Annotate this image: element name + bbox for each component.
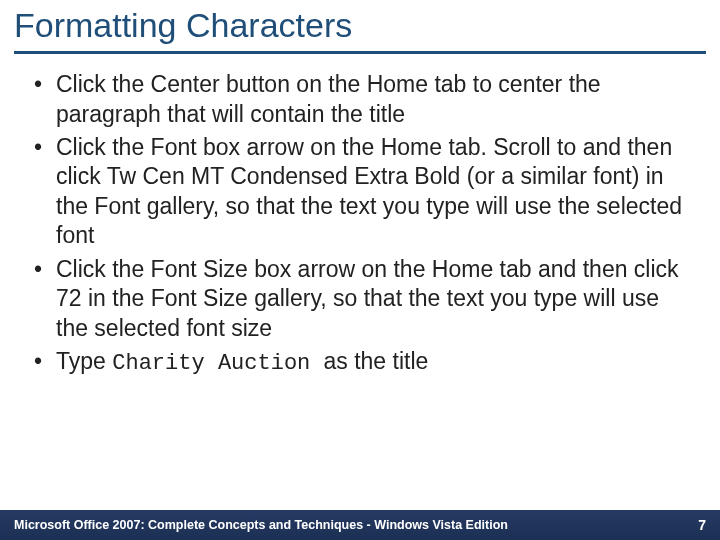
body-area: Click the Center button on the Home tab … [0,54,720,378]
bullet-list: Click the Center button on the Home tab … [30,70,690,378]
bullet-text-mono: Charity Auction [112,351,323,376]
slide: Formatting Characters Click the Center b… [0,0,720,540]
footer-bar: Microsoft Office 2007: Complete Concepts… [0,510,720,540]
bullet-item: Click the Font box arrow on the Home tab… [30,133,690,251]
page-number: 7 [698,517,706,533]
bullet-text: Click the Font Size box arrow on the Hom… [56,256,679,341]
bullet-text-suffix: as the title [324,348,429,374]
bullet-item: Click the Center button on the Home tab … [30,70,690,129]
bullet-text-prefix: Type [56,348,112,374]
bullet-item: Type Charity Auction as the title [30,347,690,378]
title-area: Formatting Characters [0,0,720,54]
footer-source: Microsoft Office 2007: Complete Concepts… [14,518,508,532]
bullet-item: Click the Font Size box arrow on the Hom… [30,255,690,343]
bullet-text: Click the Center button on the Home tab … [56,71,601,126]
bullet-text: Click the Font box arrow on the Home tab… [56,134,682,248]
slide-title: Formatting Characters [14,6,706,45]
